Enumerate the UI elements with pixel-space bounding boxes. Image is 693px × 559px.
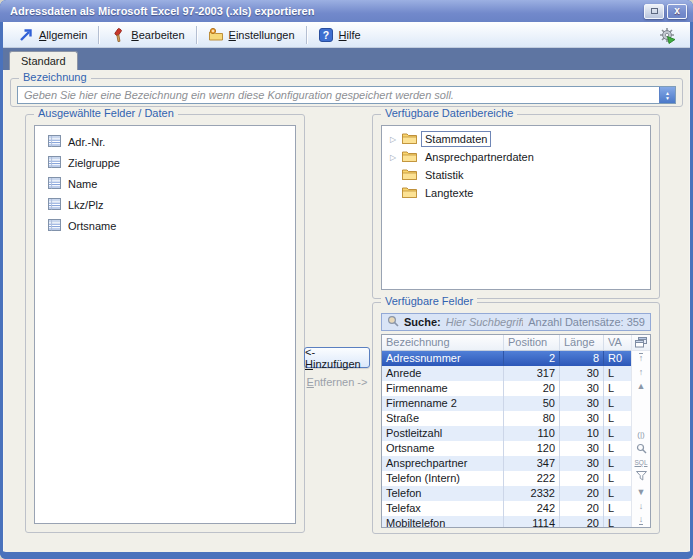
- selected-field-item[interactable]: Adr.-Nr.: [35, 131, 295, 152]
- toolbar-separator: [196, 26, 197, 44]
- field-row[interactable]: Postleitzahl 110 10 L: [382, 426, 631, 441]
- filter-icon[interactable]: [632, 469, 650, 483]
- search-icon: [387, 315, 399, 329]
- add-button[interactable]: <- Hinzufügen: [304, 347, 370, 368]
- column-header-va[interactable]: VA: [604, 335, 631, 350]
- svg-text:?: ?: [322, 29, 328, 41]
- table-side-toolbar: ↑ ↑ ▲ (|) SQL ▼ ↓ ↓: [631, 335, 650, 527]
- field-row[interactable]: Telefon 2332 20 L: [382, 486, 631, 501]
- field-row[interactable]: Firmenname 20 30 L: [382, 381, 631, 396]
- bezeichnung-combobox[interactable]: Geben Sie hier eine Bezeichnung ein wenn…: [17, 86, 676, 104]
- toolbar-button-bearbeiten[interactable]: Bearbeiten: [103, 24, 191, 46]
- selected-field-item[interactable]: Lkz/Plz: [35, 194, 295, 215]
- bezeichnung-dropdown-button[interactable]: ▲ ▼: [659, 87, 675, 103]
- tree-item[interactable]: ▷ Statistik: [382, 166, 650, 184]
- tree-item-label[interactable]: Stammdaten: [421, 131, 491, 147]
- selected-field-item[interactable]: Ortsname: [35, 215, 295, 236]
- field-length-cell: 20: [560, 471, 604, 486]
- sort-descending-icon[interactable]: ▼: [632, 485, 650, 499]
- field-row[interactable]: Anrede 317 30 L: [382, 366, 631, 381]
- field-va-cell: L: [604, 411, 631, 426]
- field-row[interactable]: Adressnummer 2 8 R0: [382, 351, 631, 366]
- group-caption-data-areas: Verfügbare Datenbereiche: [381, 107, 517, 119]
- search-table-icon[interactable]: [632, 441, 650, 455]
- field-position-cell: 317: [504, 366, 560, 381]
- title-bar: Adressdaten als Microsoft Excel 97-2003 …: [0, 0, 693, 22]
- toolbar-label: Allgemein: [39, 29, 87, 41]
- selected-field-item[interactable]: Zielgruppe: [35, 152, 295, 173]
- bezeichnung-placeholder: Geben Sie hier eine Bezeichnung ein wenn…: [18, 89, 659, 101]
- field-row[interactable]: Ansprechpartner 347 30 L: [382, 456, 631, 471]
- field-position-cell: 2: [504, 351, 560, 366]
- field-va-cell: R0: [604, 351, 631, 366]
- search-input-placeholder[interactable]: Hier Suchbegriff eingebe: [446, 316, 524, 328]
- column-header-position[interactable]: Position: [504, 335, 560, 350]
- field-position-cell: 222: [504, 471, 560, 486]
- fit-columns-icon[interactable]: (|): [632, 427, 650, 441]
- tree-item-label[interactable]: Langtexte: [421, 185, 477, 201]
- field-row[interactable]: Telefax 242 20 L: [382, 501, 631, 516]
- selected-field-item[interactable]: Name: [35, 173, 295, 194]
- run-export-button[interactable]: [652, 24, 682, 46]
- field-va-cell: L: [604, 471, 631, 486]
- fields-search-bar[interactable]: Suche: Hier Suchbegriff eingebe Anzahl D…: [381, 313, 651, 331]
- column-chooser-icon[interactable]: [632, 335, 650, 351]
- table-field-icon: [48, 135, 61, 149]
- group-caption-bezeichnung: Bezeichnung: [19, 71, 91, 83]
- field-va-cell: L: [604, 426, 631, 441]
- field-row[interactable]: Firmenname 2 50 30 L: [382, 396, 631, 411]
- field-name-cell: Postleitzahl: [382, 426, 504, 441]
- move-down-icon[interactable]: ↓: [632, 499, 650, 513]
- toolbar-label: Hilfe: [339, 29, 361, 41]
- selected-field-label: Lkz/Plz: [68, 199, 103, 211]
- field-length-cell: 8: [560, 351, 604, 366]
- tree-item-label[interactable]: Statistik: [421, 167, 468, 183]
- field-row[interactable]: Mobiltelefon 1114 20 L: [382, 516, 631, 527]
- selected-fields-list[interactable]: Adr.-Nr. Zielgruppe Name Lkz/Plz Ortsnam…: [34, 125, 296, 524]
- move-to-top-icon[interactable]: ↑: [632, 351, 650, 365]
- fields-table-body: Adressnummer 2 8 R0 Anrede 317 30 L Firm…: [382, 351, 631, 527]
- tree-item[interactable]: ▷ Ansprechpartnerdaten: [382, 148, 650, 166]
- field-name-cell: Anrede: [382, 366, 504, 381]
- expander-icon[interactable]: ▷: [388, 135, 398, 144]
- close-button[interactable]: x: [667, 4, 687, 19]
- field-position-cell: 2332: [504, 486, 560, 501]
- field-name-cell: Telefon (Intern): [382, 471, 504, 486]
- sort-ascending-icon[interactable]: ▲: [632, 379, 650, 393]
- fields-table: Bezeichnung Position Länge VA Adressnumm…: [381, 334, 651, 528]
- table-field-icon: [48, 156, 61, 170]
- field-row[interactable]: Telefon (Intern) 222 20 L: [382, 471, 631, 486]
- toolbar-button-hilfe[interactable]: ? Hilfe: [311, 24, 368, 46]
- field-position-cell: 1114: [504, 516, 560, 527]
- table-field-icon: [48, 219, 61, 233]
- toolbar-button-allgemein[interactable]: Allgemein: [11, 24, 94, 46]
- field-name-cell: Firmenname: [382, 381, 504, 396]
- column-header-bezeichnung[interactable]: Bezeichnung: [382, 335, 504, 350]
- fields-table-header[interactable]: Bezeichnung Position Länge VA: [382, 335, 631, 351]
- move-to-bottom-icon[interactable]: ↓: [632, 513, 650, 527]
- remove-button-disabled[interactable]: Entfernen ->: [296, 376, 378, 388]
- restore-button[interactable]: [644, 4, 664, 19]
- tree-item-label[interactable]: Ansprechpartnerdaten: [421, 149, 538, 165]
- table-field-icon: [48, 177, 61, 191]
- restore-icon: [651, 8, 658, 14]
- column-header-laenge[interactable]: Länge: [560, 335, 604, 350]
- group-data-areas: Verfügbare Datenbereiche ▷ Stammdaten ▷ …: [372, 114, 660, 299]
- tree-item[interactable]: ▷ Langtexte: [382, 184, 650, 202]
- move-up-icon[interactable]: ↑: [632, 365, 650, 379]
- field-length-cell: 30: [560, 366, 604, 381]
- folder-icon: [402, 132, 417, 146]
- field-position-cell: 50: [504, 396, 560, 411]
- tab-standard[interactable]: Standard: [9, 51, 78, 70]
- field-row[interactable]: Ortsname 120 30 L: [382, 441, 631, 456]
- toolbar-button-einstellungen[interactable]: Einstellungen: [201, 24, 302, 46]
- spinner-up-icon: ▲: [665, 91, 670, 95]
- sql-icon[interactable]: SQL: [632, 455, 650, 469]
- data-areas-tree[interactable]: ▷ Stammdaten ▷ Ansprechpartnerdaten ▷ St…: [381, 125, 651, 290]
- field-length-cell: 20: [560, 516, 604, 527]
- expander-icon[interactable]: ▷: [388, 153, 398, 162]
- tree-item[interactable]: ▷ Stammdaten: [382, 130, 650, 148]
- field-va-cell: L: [604, 486, 631, 501]
- field-row[interactable]: Straße 80 30 L: [382, 411, 631, 426]
- main-toolbar: Allgemein Bearbeiten Einstellungen ? Hil…: [3, 22, 690, 48]
